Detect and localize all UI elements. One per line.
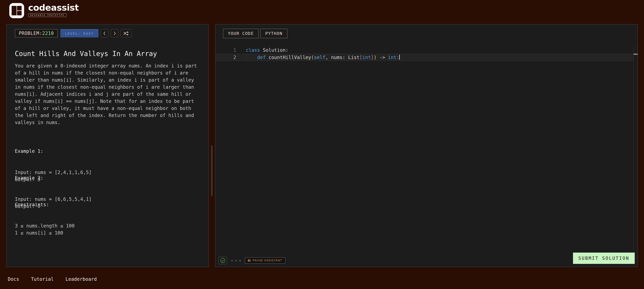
code-token: Solution:: [260, 48, 288, 53]
code-token: [: [360, 55, 362, 60]
logo-text-group: codeassist RESEARCH PROTOTYPE: [28, 3, 79, 18]
code-editor-panel: YOUR CODE PYTHON 1class Solution: 2 def …: [215, 24, 638, 267]
problem-label: PROBLEM:: [19, 30, 42, 36]
code-token: ): [374, 55, 377, 60]
problem-title: Count Hills And Valleys In An Array: [15, 50, 157, 58]
problem-number: 2210: [42, 30, 54, 36]
pause-assistant-button[interactable]: PAUSE ASSISTANT: [245, 257, 286, 264]
research-prototype-badge: RESEARCH PROTOTYPE: [28, 13, 67, 17]
footer-link-leaderboard[interactable]: Leaderboard: [66, 276, 97, 282]
footer-nav: Docs Tutorial Leaderboard: [8, 276, 97, 282]
chevron-right-icon: [113, 31, 116, 36]
code-token: class: [246, 48, 260, 53]
code-editor[interactable]: 1class Solution: 2 def countHillValley(s…: [216, 47, 633, 61]
random-problem-button[interactable]: [120, 29, 132, 38]
tab-your-code[interactable]: YOUR CODE: [223, 29, 258, 38]
constraints-block: Constraints: 3 ≤ nums.length ≤ 100 1 ≤ n…: [15, 187, 74, 251]
editor-tabs: YOUR CODE PYTHON: [223, 29, 288, 38]
footer-link-tutorial[interactable]: Tutorial: [31, 276, 54, 282]
prev-problem-button[interactable]: [101, 29, 108, 38]
tab-python[interactable]: PYTHON: [260, 29, 287, 38]
problem-panel: PROBLEM:2210 LEVEL: EASY Count Hills And…: [6, 24, 209, 267]
code-token: countHillValley: [266, 55, 311, 60]
circle-check-icon: [220, 258, 226, 263]
assistant-status-button[interactable]: [218, 257, 227, 264]
code-token: int:: [388, 55, 399, 60]
line-number-2: 2: [216, 54, 236, 61]
code-token: [246, 55, 257, 60]
level-badge: LEVEL: EASY: [60, 29, 98, 38]
constraints-body: 3 ≤ nums.length ≤ 100 1 ≤ nums[i] ≤ 100: [15, 222, 74, 236]
problem-panel-scrollbar[interactable]: [211, 145, 212, 196]
example-2-header: Example 2:: [15, 174, 92, 182]
next-problem-button[interactable]: [111, 29, 118, 38]
dot-icon: [231, 260, 233, 262]
editor-minimap[interactable]: [633, 47, 638, 254]
code-token: (: [311, 55, 314, 60]
minimap-thumb[interactable]: [634, 54, 638, 55]
code-token: self: [314, 55, 325, 60]
line-number-1: 1: [216, 47, 236, 54]
code-token: ->: [376, 55, 388, 60]
code-token: int: [362, 55, 371, 60]
problem-id-box: PROBLEM:2210: [15, 29, 58, 38]
dot-icon: [235, 260, 237, 262]
dot-icon: [239, 260, 241, 262]
app-header: codeassist RESEARCH PROTOTYPE: [9, 3, 79, 18]
constraints-header: Constraints:: [15, 201, 74, 208]
shuffle-icon: [123, 31, 129, 36]
pause-icon: [248, 259, 250, 262]
code-token: def: [257, 55, 266, 60]
code-token: , nums: List: [325, 55, 360, 60]
problem-header: PROBLEM:2210 LEVEL: EASY: [15, 29, 132, 38]
editor-statusbar: PAUSE ASSISTANT: [218, 257, 286, 264]
submit-solution-button[interactable]: SUBMIT SOLUTION: [573, 252, 635, 264]
chevron-left-icon: [103, 31, 106, 36]
problem-description: You are given a 0-indexed integer array …: [15, 62, 197, 126]
code-line-2-active[interactable]: 2 def countHillValley(self, nums: List[i…: [216, 54, 633, 61]
codeassist-logo-icon: [9, 3, 24, 18]
code-token: ]: [371, 55, 374, 60]
app-logo-text: codeassist: [28, 3, 79, 12]
example-1-header: Example 1:: [15, 148, 92, 155]
assistant-typing-indicator: [231, 260, 241, 262]
code-line-1[interactable]: 1class Solution:: [216, 47, 633, 54]
text-cursor: [399, 55, 400, 60]
pause-assistant-label: PAUSE ASSISTANT: [252, 259, 282, 262]
indent-guide: [246, 54, 246, 61]
footer-link-docs[interactable]: Docs: [8, 276, 19, 282]
